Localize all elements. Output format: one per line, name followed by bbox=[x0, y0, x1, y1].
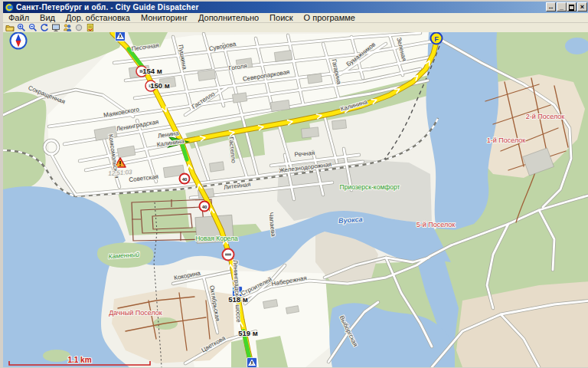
menu-search[interactable]: Поиск bbox=[264, 13, 298, 22]
no-entry-sign bbox=[223, 249, 234, 261]
map-label: 2-й Поселок bbox=[526, 113, 565, 120]
disabled-marker-icon bbox=[74, 23, 83, 32]
maximize-button[interactable] bbox=[567, 2, 577, 12]
map-label: Дачный Поселок bbox=[109, 309, 162, 317]
friends-button[interactable] bbox=[62, 23, 73, 32]
people-icon bbox=[63, 23, 72, 32]
restore-icon bbox=[569, 5, 574, 10]
speed-limit-sign: 40 bbox=[180, 174, 190, 184]
menu-bar: Файл Вид Дор. обстановка Мониторинг Допо… bbox=[3, 13, 588, 23]
compass-icon[interactable] bbox=[11, 33, 27, 49]
map-label: 154 м bbox=[142, 67, 162, 75]
finish-marker: F bbox=[431, 33, 443, 44]
menu-file[interactable]: Файл bbox=[3, 13, 34, 22]
log-button[interactable] bbox=[85, 23, 96, 32]
zoom-out-icon bbox=[28, 23, 38, 32]
menu-monitoring[interactable]: Мониторинг bbox=[136, 13, 193, 22]
pedestrian-crossing-sign bbox=[247, 358, 257, 368]
map-label: 5-й Поселок bbox=[416, 221, 456, 228]
map-label: 1-й Поселок bbox=[487, 136, 526, 144]
app-window: Санкт-Петербург и обл. - City Guide Disp… bbox=[0, 0, 588, 368]
zoom-in-button[interactable] bbox=[16, 23, 27, 32]
window-title: Санкт-Петербург и обл. - City Guide Disp… bbox=[16, 3, 199, 12]
speed-limit-sign: 40 bbox=[200, 202, 210, 212]
map-label: Новая Корела bbox=[195, 235, 238, 242]
pedestrian-crossing-sign bbox=[116, 32, 126, 41]
zoom-in-icon bbox=[17, 23, 26, 32]
monitor-icon bbox=[51, 23, 60, 32]
map-canvas: 40 40 bbox=[3, 32, 588, 367]
close-button[interactable]: × bbox=[577, 2, 587, 12]
map-label: 519 м bbox=[238, 329, 258, 337]
map-label: Речная bbox=[294, 150, 315, 158]
title-bar: Санкт-Петербург и обл. - City Guide Disp… bbox=[3, 2, 588, 13]
open-folder-icon bbox=[5, 23, 15, 32]
resize-button[interactable]: ↔ bbox=[546, 2, 556, 12]
app-icon bbox=[5, 3, 14, 12]
marker-disabled-button[interactable] bbox=[74, 23, 84, 32]
scale-label: 1.1 km bbox=[67, 356, 91, 364]
zoom-out-button[interactable] bbox=[28, 23, 38, 32]
map-label: 150 м bbox=[150, 81, 170, 90]
menu-about[interactable]: О программе bbox=[299, 13, 361, 22]
monitor-button[interactable] bbox=[51, 23, 61, 32]
svg-text:F: F bbox=[434, 35, 439, 43]
log-document-icon bbox=[86, 23, 95, 32]
refresh-button[interactable] bbox=[39, 23, 50, 32]
map-label: 518 м bbox=[228, 295, 248, 304]
open-file-button[interactable] bbox=[5, 23, 15, 32]
menu-traffic[interactable]: Дор. обстановка bbox=[60, 13, 136, 22]
refresh-icon bbox=[40, 23, 49, 32]
svg-text:40: 40 bbox=[182, 177, 188, 182]
map-label: Приозерск-комфорт bbox=[340, 183, 400, 191]
map-viewport[interactable]: 40 40 bbox=[3, 32, 588, 367]
minimize-button[interactable]: _ bbox=[557, 2, 567, 12]
svg-text:40: 40 bbox=[202, 205, 207, 209]
menu-view[interactable]: Вид bbox=[34, 13, 60, 22]
toolbar bbox=[3, 23, 588, 32]
menu-extra[interactable]: Дополнительно bbox=[193, 13, 264, 22]
